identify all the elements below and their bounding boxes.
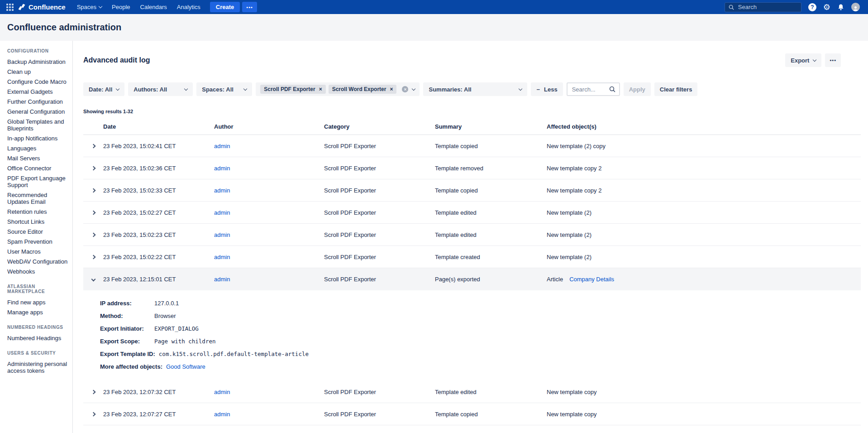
- nav-item-calendars[interactable]: Calendars: [135, 0, 172, 14]
- confluence-logo[interactable]: Confluence: [18, 3, 66, 11]
- row-expand-toggle[interactable]: [83, 186, 103, 195]
- sidebar-item-shortcut-links[interactable]: Shortcut Links: [7, 218, 69, 225]
- category-chip-label: Scroll PDF Exporter: [264, 86, 315, 92]
- nav-item-spaces[interactable]: Spaces: [72, 0, 107, 14]
- row-expand-toggle[interactable]: [83, 388, 103, 396]
- cell-author: admin: [214, 231, 324, 238]
- sidebar-item-mail-servers[interactable]: Mail Servers: [7, 155, 69, 162]
- row-expand-toggle[interactable]: [83, 231, 103, 239]
- author-link[interactable]: admin: [214, 254, 230, 260]
- sidebar-item-numbered-headings[interactable]: Numbered Headings: [7, 335, 69, 342]
- app-switcher-icon[interactable]: [6, 4, 14, 11]
- clear-filters-button[interactable]: Clear filters: [654, 82, 698, 96]
- category-chip-label: Scroll Word Exporter: [332, 86, 386, 92]
- spaces-filter[interactable]: Spaces: All: [196, 82, 252, 96]
- row-expand-toggle[interactable]: [83, 410, 103, 419]
- row-expand-toggle[interactable]: [83, 208, 103, 217]
- sidebar-item-further-configuration[interactable]: Further Configuration: [7, 98, 69, 105]
- affected-object-text: New template (2) copy: [547, 143, 606, 149]
- detail-field-link[interactable]: Good Software: [166, 363, 205, 371]
- sidebar: CONFIGURATIONBackup AdministrationClean …: [0, 41, 73, 433]
- create-button[interactable]: Create: [210, 2, 240, 12]
- cell-category: Scroll PDF Exporter: [324, 231, 435, 238]
- author-link[interactable]: admin: [214, 276, 230, 283]
- sidebar-item-retention-rules[interactable]: Retention rules: [7, 208, 69, 215]
- user-avatar[interactable]: [851, 3, 860, 11]
- minus-icon: −: [536, 86, 540, 93]
- author-link[interactable]: admin: [214, 389, 230, 395]
- sidebar-item-configure-code-macro[interactable]: Configure Code Macro: [7, 78, 69, 85]
- apply-button[interactable]: Apply: [624, 82, 651, 96]
- sidebar-item-find-new-apps[interactable]: Find new apps: [7, 299, 69, 306]
- cell-summary: Template copied: [435, 411, 547, 418]
- confluence-logo-icon: [18, 4, 25, 10]
- sidebar-item-office-connector[interactable]: Office Connector: [7, 165, 69, 172]
- table-search-input[interactable]: [571, 86, 606, 93]
- author-link[interactable]: admin: [214, 165, 230, 172]
- detail-field-label: Method:: [100, 312, 154, 320]
- sidebar-item-recommended-updates-email[interactable]: Recommended Updates Email: [7, 192, 69, 205]
- sidebar-item-webhooks[interactable]: Webhooks: [7, 268, 69, 275]
- detail-field-export-template-id: Export Template ID:com.k15t.scroll.pdf.d…: [100, 350, 861, 358]
- date-filter[interactable]: Date: All: [83, 82, 124, 96]
- nav-item-people[interactable]: People: [107, 0, 135, 14]
- global-search-input[interactable]: [737, 3, 797, 11]
- export-button[interactable]: Export: [785, 53, 821, 67]
- affected-object-text: New template (2): [547, 231, 591, 238]
- sidebar-item-backup-administration[interactable]: Backup Administration: [7, 58, 69, 65]
- sidebar-item-manage-apps[interactable]: Manage apps: [7, 309, 69, 316]
- notifications-bell-icon[interactable]: [837, 4, 844, 11]
- nav-item-label: Spaces: [77, 4, 96, 10]
- author-link[interactable]: admin: [214, 411, 230, 418]
- chip-remove-icon[interactable]: ×: [319, 86, 322, 92]
- row-expand-toggle[interactable]: [83, 253, 103, 261]
- global-search[interactable]: [725, 2, 801, 12]
- sidebar-item-source-editor[interactable]: Source Editor: [7, 228, 69, 235]
- sidebar-item-external-gadgets[interactable]: External Gadgets: [7, 88, 69, 95]
- author-link[interactable]: admin: [214, 231, 230, 238]
- row-expand-toggle[interactable]: [83, 275, 103, 284]
- sidebar-item-spam-prevention[interactable]: Spam Prevention: [7, 238, 69, 245]
- author-link[interactable]: admin: [214, 209, 230, 216]
- categories-filter[interactable]: Scroll PDF Exporter×Scroll Word Exporter…: [256, 82, 420, 96]
- sidebar-item-global-templates-and-blueprints[interactable]: Global Templates and Blueprints: [7, 118, 69, 132]
- sidebar-item-in-app-notifications[interactable]: In-app Notifications: [7, 135, 69, 142]
- sidebar-item-webdav-configuration[interactable]: WebDAV Configuration: [7, 258, 69, 265]
- help-icon[interactable]: ?: [808, 3, 816, 11]
- chevron-right-icon: [91, 390, 95, 394]
- affected-object-link[interactable]: Company Details: [569, 276, 614, 283]
- clear-categories-icon[interactable]: ×: [402, 86, 408, 92]
- chevron-down-icon: [99, 5, 102, 8]
- less-filters-button[interactable]: − Less: [531, 82, 563, 96]
- authors-filter[interactable]: Authors: All: [128, 82, 193, 96]
- row-expand-toggle[interactable]: [83, 164, 103, 173]
- detail-field-ip-address: IP address:127.0.0.1: [100, 299, 861, 308]
- chip-remove-icon[interactable]: ×: [390, 86, 393, 92]
- sidebar-item-administering-personal-access-tokens[interactable]: Administering personal access tokens: [7, 361, 69, 374]
- summaries-filter[interactable]: Summaries: All: [423, 82, 527, 96]
- sidebar-item-clean-up[interactable]: Clean up: [7, 68, 69, 75]
- author-link[interactable]: admin: [214, 187, 230, 194]
- cell-author: admin: [214, 276, 324, 283]
- cell-author: admin: [214, 165, 324, 172]
- detail-field-value: 127.0.0.1: [154, 299, 179, 308]
- more-actions-button[interactable]: •••: [825, 53, 841, 67]
- sidebar-item-languages[interactable]: Languages: [7, 145, 69, 152]
- page-title: Confluence administration: [7, 22, 121, 33]
- cell-author: admin: [214, 411, 324, 418]
- chevron-down-icon: [116, 87, 119, 90]
- row-expand-toggle[interactable]: [83, 142, 103, 150]
- affected-object-text: New template copy: [547, 411, 597, 418]
- cell-summary: Template edited: [435, 389, 547, 395]
- sidebar-item-general-configuration[interactable]: General Configuration: [7, 108, 69, 115]
- cell-affected: New template (2): [547, 209, 861, 216]
- settings-gear-icon[interactable]: ⚙: [823, 3, 830, 11]
- author-link[interactable]: admin: [214, 143, 230, 149]
- cell-date: 23 Feb 2023, 12:07:27 CET: [103, 411, 214, 418]
- chevron-down-icon: [519, 87, 522, 90]
- sidebar-item-user-macros[interactable]: User Macros: [7, 248, 69, 255]
- nav-item-analytics[interactable]: Analytics: [172, 0, 205, 14]
- table-search[interactable]: [567, 82, 620, 96]
- nav-more-button[interactable]: •••: [242, 2, 257, 12]
- sidebar-item-pdf-export-language-support[interactable]: PDF Export Language Support: [7, 175, 69, 188]
